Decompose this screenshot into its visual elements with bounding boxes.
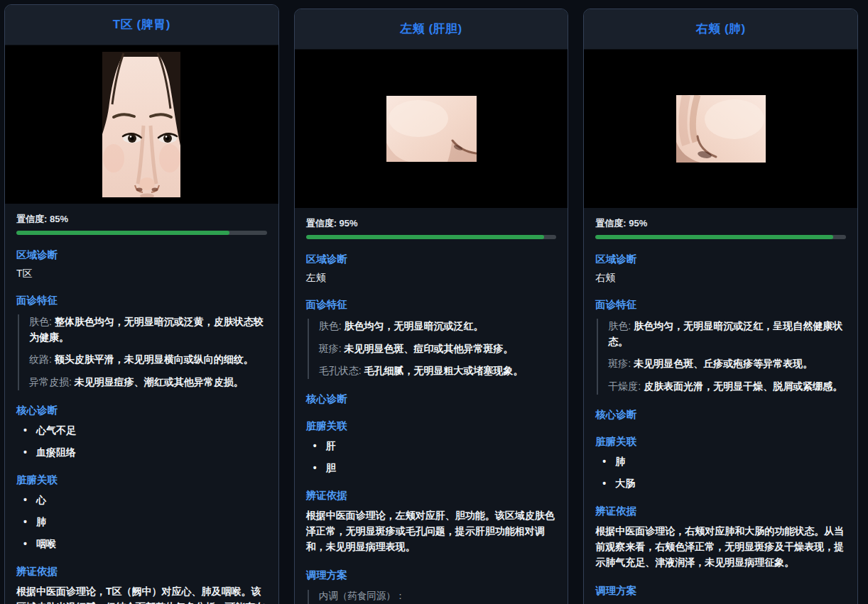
right-cheek-crop-image (676, 95, 766, 163)
feature-label: 斑疹: (319, 343, 342, 354)
section-heading-plan: 调理方案 (306, 569, 557, 582)
feature-label: 斑疹: (608, 358, 631, 369)
section-heading-basis: 辨证依据 (595, 505, 846, 518)
confidence-bar-fill (16, 231, 229, 235)
list-item: 咽喉 (22, 537, 267, 551)
feature-item: 毛孔状态: 毛孔细腻，无明显粗大或堵塞现象。 (319, 363, 557, 379)
feature-text: 额头皮肤平滑，未见明显横向或纵向的细纹。 (55, 353, 254, 365)
section-heading-features: 面诊特征 (595, 298, 846, 312)
list-item: 胆 (312, 461, 557, 476)
plan-block: 内调（药食同源）： 保持规律作息，避免熬夜，以养肝血。 饮食清淡，适量食用疏肝理… (308, 590, 557, 604)
region-value: 右颊 (595, 272, 846, 285)
card-header: 右颊 (肺) (584, 9, 857, 50)
basis-paragraph: 根据中医面诊理论，T区（阙中）对应心、肺及咽喉。该区域皮肤光滑细腻，但结合面部整… (16, 584, 267, 604)
features-block: 肤色: 肤色均匀，无明显暗沉或泛红。 斑疹: 未见明显色斑、痘印或其他异常斑疹。… (308, 319, 557, 379)
section-heading-plan: 调理方案 (595, 584, 846, 598)
list-item: 血瘀阻络 (22, 445, 267, 460)
section-heading-features: 面诊特征 (306, 298, 557, 312)
feature-item: 肤色: 整体肤色均匀，无明显暗沉或泛黄，皮肤状态较为健康。 (29, 314, 267, 345)
feature-text: 毛孔细腻，无明显粗大或堵塞现象。 (364, 365, 523, 376)
feature-item: 异常皮损: 未见明显痘疹、潮红或其他异常皮损。 (29, 375, 267, 390)
list-item: 肺 (22, 515, 267, 529)
section-heading-core: 核心诊断 (306, 392, 557, 406)
face-image-area (295, 50, 568, 208)
feature-item: 纹路: 额头皮肤平滑，未见明显横向或纵向的细纹。 (29, 352, 267, 368)
confidence-bar-track (16, 231, 267, 235)
organ-list: 肺 大肠 (595, 454, 846, 491)
card-tzone: T区 (脾胃) (4, 4, 279, 604)
page-root: { "colors": { "page_bg": "#0a0e15", "car… (0, 0, 868, 604)
feature-text: 未见明显色斑、痘印或其他异常斑疹。 (344, 343, 513, 354)
confidence-bar-fill (306, 235, 544, 239)
card-title: 右颊 (肺) (696, 22, 746, 35)
section-heading-core: 核心诊断 (595, 408, 846, 422)
section-heading-basis: 辨证依据 (16, 565, 267, 578)
section-heading-region: 区域诊断 (16, 248, 267, 262)
confidence-bar-track (595, 235, 846, 239)
core-diagnosis-list: 心气不足 血瘀阻络 (16, 423, 267, 460)
feature-label: 肤色: (29, 316, 52, 327)
list-item: 心 (22, 493, 267, 507)
feature-label: 干燥度: (608, 380, 641, 392)
list-item: 肝 (312, 439, 557, 454)
card-body: 置信度: 95% 区域诊断 左颊 面诊特征 肤色: 肤色均匀，无明显暗沉或泛红。… (295, 208, 568, 604)
list-item: 大肠 (601, 476, 846, 491)
feature-text: 肤色均匀，无明显暗沉或泛红，呈现自然健康状态。 (608, 320, 842, 347)
feature-text: 未见明显色斑、丘疹或疱疹等异常表现。 (634, 358, 813, 369)
feature-item: 干燥度: 皮肤表面光滑，无明显干燥、脱屑或紧绷感。 (608, 379, 846, 395)
feature-label: 肤色: (608, 320, 631, 331)
cards-row: T区 (脾胃) (0, 0, 868, 604)
section-heading-features: 面诊特征 (16, 294, 267, 307)
section-heading-region: 区域诊断 (595, 253, 846, 266)
section-heading-organs: 脏腑关联 (595, 435, 846, 449)
card-body: 置信度: 85% 区域诊断 T区 面诊特征 肤色: 整体肤色均匀，无明显暗沉或泛… (5, 204, 278, 604)
feature-text: 肤色均匀，无明显暗沉或泛红。 (344, 320, 483, 331)
basis-paragraph: 根据中医面诊理论，右颊对应肺和大肠的功能状态。从当前观察来看，右颊色泽正常，无明… (595, 524, 846, 571)
card-right-cheek: 右颊 (肺) 置信度: 95% (583, 9, 858, 604)
section-heading-organs: 脏腑关联 (306, 419, 557, 433)
organ-list: 肝 胆 (306, 439, 557, 476)
feature-item: 斑疹: 未见明显色斑、痘印或其他异常斑疹。 (319, 341, 557, 357)
section-heading-region: 区域诊断 (306, 253, 557, 266)
feature-item: 肤色: 肤色均匀，无明显暗沉或泛红，呈现自然健康状态。 (608, 319, 846, 349)
section-heading-organs: 脏腑关联 (16, 473, 267, 487)
confidence-bar-track (306, 235, 557, 239)
region-value: T区 (16, 268, 267, 280)
confidence-bar-fill (595, 235, 833, 239)
card-header: T区 (脾胃) (5, 5, 278, 45)
list-item: 肺 (601, 454, 846, 469)
feature-text: 整体肤色均匀，无明显暗沉或泛黄，皮肤状态较为健康。 (29, 316, 264, 343)
section-heading-core: 核心诊断 (16, 404, 267, 417)
section-heading-basis: 辨证依据 (306, 489, 557, 503)
organ-list: 心 肺 咽喉 (16, 493, 267, 551)
face-image-area (584, 50, 857, 208)
card-title: T区 (脾胃) (113, 18, 170, 31)
features-block: 肤色: 整体肤色均匀，无明显暗沉或泛黄，皮肤状态较为健康。 纹路: 额头皮肤平滑… (18, 314, 267, 390)
confidence-label: 置信度: 95% (595, 217, 846, 230)
confidence-label: 置信度: 95% (306, 217, 557, 230)
tzone-face-crop-image (102, 52, 180, 197)
list-item: 心气不足 (22, 423, 267, 438)
card-body: 置信度: 95% 区域诊断 右颊 面诊特征 肤色: 肤色均匀，无明显暗沉或泛红，… (584, 208, 857, 604)
features-block: 肤色: 肤色均匀，无明显暗沉或泛红，呈现自然健康状态。 斑疹: 未见明显色斑、丘… (597, 319, 846, 395)
basis-paragraph: 根据中医面诊理论，左颊对应肝、胆功能。该区域皮肤色泽正常，无明显斑疹或毛孔问题，… (306, 508, 557, 555)
card-left-cheek: 左颊 (肝胆) 置信度: 95% 区域诊断 (294, 9, 569, 604)
card-header: 左颊 (肝胆) (295, 9, 568, 50)
feature-item: 斑疹: 未见明显色斑、丘疹或疱疹等异常表现。 (608, 356, 846, 372)
confidence-label: 置信度: 85% (16, 213, 267, 226)
card-title: 左颊 (肝胆) (400, 22, 462, 35)
feature-text: 未见明显痘疹、潮红或其他异常皮损。 (75, 376, 244, 388)
feature-label: 毛孔状态: (319, 365, 362, 376)
feature-label: 肤色: (319, 320, 342, 331)
region-value: 左颊 (306, 272, 557, 285)
face-image-area (5, 45, 278, 204)
left-cheek-crop-image (386, 96, 477, 162)
feature-item: 肤色: 肤色均匀，无明显暗沉或泛红。 (319, 319, 557, 334)
plan-inner-label: 内调（药食同源）： (319, 590, 557, 603)
feature-label: 纹路: (29, 353, 52, 365)
feature-text: 皮肤表面光滑，无明显干燥、脱屑或紧绷感。 (644, 380, 842, 392)
feature-label: 异常皮损: (29, 376, 72, 388)
